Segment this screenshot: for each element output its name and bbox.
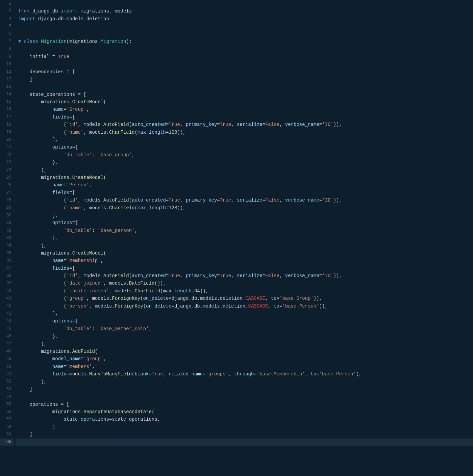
code-line-47: ), bbox=[16, 340, 473, 348]
code-line-52: ), bbox=[16, 378, 473, 386]
code-line-50: name='members', bbox=[16, 363, 473, 370]
line-num-25: 25 bbox=[0, 174, 14, 181]
line-num-59: 59 bbox=[0, 431, 14, 438]
code-line-33: }, bbox=[16, 234, 473, 242]
line-num-9: 9 bbox=[0, 53, 14, 60]
line-num-60: 60 bbox=[0, 439, 14, 446]
code-line-59: ] bbox=[16, 431, 473, 438]
line-num-30: 30 bbox=[0, 212, 14, 219]
line-num-26: 26 bbox=[0, 181, 14, 189]
line-num-52: 52 bbox=[0, 378, 14, 386]
line-num-45: 45 bbox=[0, 325, 14, 333]
code-line-27: fields=[ bbox=[16, 189, 473, 196]
line-num-28: 28 bbox=[0, 196, 14, 204]
line-num-24: 24 bbox=[0, 166, 14, 174]
code-line-42: ('person', models.ForeignKey(on_delete=d… bbox=[16, 302, 473, 310]
line-num-48: 48 bbox=[0, 348, 14, 355]
code-line-57: state_operations=state_operations, bbox=[16, 416, 473, 423]
code-line-20: ], bbox=[16, 136, 473, 143]
code-editor: 2 3 4 5 6 7 8 9 10 11 12 13 14 15 16 17 … bbox=[0, 0, 473, 476]
code-line-35: migrations.CreateModel( bbox=[16, 249, 473, 257]
line-num-39: 39 bbox=[0, 280, 14, 287]
code-line-9: initial = True bbox=[16, 53, 473, 60]
line-num-51: 51 bbox=[0, 370, 14, 378]
code-line-17: fields=[ bbox=[16, 113, 473, 121]
code-line-40: ('invite_reason', models.CharField(max_l… bbox=[16, 287, 473, 295]
code-line-34: ), bbox=[16, 242, 473, 249]
line-num-34: 34 bbox=[0, 242, 14, 249]
code-line-14: state_operations = [ bbox=[16, 91, 473, 98]
line-num-33: 33 bbox=[0, 234, 14, 242]
line-num-27: 27 bbox=[0, 189, 14, 196]
line-num-13: 13 bbox=[0, 83, 14, 90]
code-line-21: options={ bbox=[16, 143, 473, 151]
code-line-24: ), bbox=[16, 166, 473, 174]
line-num-54: 54 bbox=[0, 393, 14, 400]
line-num-41: 41 bbox=[0, 295, 14, 302]
line-num-35: 35 bbox=[0, 249, 14, 257]
line-num-14: 14 bbox=[0, 91, 14, 98]
code-line-25: migrations.CreateModel( bbox=[16, 174, 473, 181]
code-line-41: ('group', models.ForeignKey(on_delete=dj… bbox=[16, 295, 473, 302]
code-line-43: ], bbox=[16, 310, 473, 317]
code-line-53: ] bbox=[16, 386, 473, 393]
code-line-26: name='Person', bbox=[16, 181, 473, 189]
code-line-8 bbox=[16, 45, 473, 53]
code-line-23: }, bbox=[16, 159, 473, 166]
line-num-22: 22 bbox=[0, 151, 14, 159]
code-line-60 bbox=[16, 439, 473, 446]
code-line-16: name='Group', bbox=[16, 106, 473, 113]
code-line-54 bbox=[16, 393, 473, 400]
line-num-2: 2 bbox=[0, 0, 14, 7]
code-line-5 bbox=[16, 23, 473, 30]
line-num-53: 53 bbox=[0, 386, 14, 393]
line-num-55: 55 bbox=[0, 401, 14, 408]
line-num-5: 5 bbox=[0, 23, 14, 30]
line-num-38: 38 bbox=[0, 272, 14, 280]
line-num-17: 17 bbox=[0, 113, 14, 121]
line-num-56: 56 bbox=[0, 408, 14, 416]
line-num-11: 11 bbox=[0, 68, 14, 76]
line-num-31: 31 bbox=[0, 219, 14, 227]
line-num-49: 49 bbox=[0, 355, 14, 363]
code-line-45: 'db_table': 'base_member_ship', bbox=[16, 325, 473, 333]
line-num-15: 15 bbox=[0, 98, 14, 106]
code-line-36: name='Membership', bbox=[16, 257, 473, 264]
line-num-21: 21 bbox=[0, 143, 14, 151]
code-line-18: ('id', models.AutoField(auto_created=Tru… bbox=[16, 121, 473, 128]
line-num-36: 36 bbox=[0, 257, 14, 264]
line-num-46: 46 bbox=[0, 333, 14, 340]
code-line-56: migrations.SeparateDatabaseAndState( bbox=[16, 408, 473, 416]
line-num-43: 43 bbox=[0, 310, 14, 317]
code-line-22: 'db_table': 'base_group', bbox=[16, 151, 473, 159]
line-num-6: 6 bbox=[0, 30, 14, 38]
line-num-7: 7 bbox=[0, 38, 14, 45]
code-line-58: ) bbox=[16, 423, 473, 431]
code-line-38: ('id', models.AutoField(auto_created=Tru… bbox=[16, 272, 473, 280]
code-line-15: migrations.CreateModel( bbox=[16, 98, 473, 106]
code-line-11: dependencies = [ bbox=[16, 68, 473, 76]
code-content: from django.db import migrations, models… bbox=[14, 0, 473, 476]
line-num-47: 47 bbox=[0, 340, 14, 348]
line-num-42: 42 bbox=[0, 302, 14, 310]
code-line-28: ('id', models.AutoField(auto_created=Tru… bbox=[16, 196, 473, 204]
code-line-19: ('name', models.CharField(max_length=128… bbox=[16, 129, 473, 136]
code-line-7: ▼ class Migration(migrations.Migration): bbox=[16, 38, 473, 45]
code-line-32: 'db_table': 'base_person', bbox=[16, 227, 473, 234]
code-line-46: }, bbox=[16, 333, 473, 340]
code-line-49: model_name='group', bbox=[16, 355, 473, 363]
line-num-10: 10 bbox=[0, 60, 14, 68]
line-num-50: 50 bbox=[0, 363, 14, 370]
line-num-37: 37 bbox=[0, 265, 14, 272]
code-line-4: import django.db.models.deletion bbox=[16, 15, 473, 23]
code-line-6 bbox=[16, 30, 473, 38]
line-num-23: 23 bbox=[0, 159, 14, 166]
line-num-57: 57 bbox=[0, 416, 14, 423]
code-line-44: options={ bbox=[16, 317, 473, 325]
code-line-37: fields=[ bbox=[16, 265, 473, 272]
line-num-12: 12 bbox=[0, 76, 14, 83]
line-num-20: 20 bbox=[0, 136, 14, 143]
code-line-12: ] bbox=[16, 76, 473, 83]
code-line-3: from django.db import migrations, models bbox=[16, 7, 473, 15]
line-num-32: 32 bbox=[0, 227, 14, 234]
